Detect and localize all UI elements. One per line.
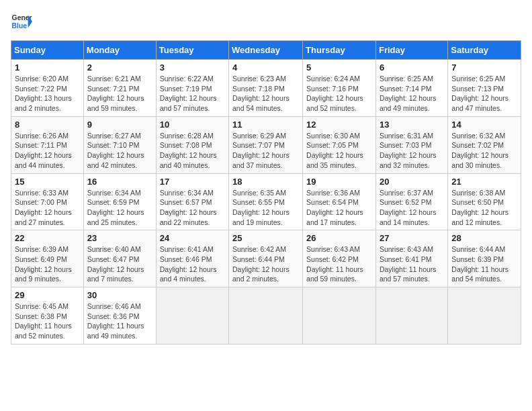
empty-cell <box>303 287 376 345</box>
day-number: 24 <box>160 233 225 243</box>
day-number: 16 <box>87 177 152 187</box>
day-info: Sunrise: 6:27 AM Sunset: 7:10 PM Dayligh… <box>87 131 152 171</box>
day-info: Sunrise: 6:25 AM Sunset: 7:13 PM Dayligh… <box>451 74 517 113</box>
day-info: Sunrise: 6:39 AM Sunset: 6:49 PM Dayligh… <box>15 244 80 284</box>
day-cell-16: 16Sunrise: 6:34 AM Sunset: 6:59 PM Dayli… <box>83 173 156 230</box>
day-number: 8 <box>15 120 80 130</box>
day-info: Sunrise: 6:21 AM Sunset: 7:21 PM Dayligh… <box>87 74 152 113</box>
calendar-table: SundayMondayTuesdayWednesdayThursdayFrid… <box>11 40 521 345</box>
day-info: Sunrise: 6:29 AM Sunset: 7:07 PM Dayligh… <box>232 131 299 171</box>
day-number: 2 <box>87 62 152 73</box>
day-cell-25: 25Sunrise: 6:42 AM Sunset: 6:44 PM Dayli… <box>229 230 303 287</box>
day-cell-7: 7Sunrise: 6:25 AM Sunset: 7:13 PM Daylig… <box>448 60 521 117</box>
week-row-4: 22Sunrise: 6:39 AM Sunset: 6:49 PM Dayli… <box>11 230 521 287</box>
day-info: Sunrise: 6:30 AM Sunset: 7:05 PM Dayligh… <box>306 131 372 171</box>
day-cell-28: 28Sunrise: 6:44 AM Sunset: 6:39 PM Dayli… <box>448 230 521 287</box>
day-number: 5 <box>306 62 372 73</box>
day-cell-14: 14Sunrise: 6:32 AM Sunset: 7:02 PM Dayli… <box>448 116 521 173</box>
day-info: Sunrise: 6:44 AM Sunset: 6:39 PM Dayligh… <box>451 244 517 284</box>
day-number: 14 <box>451 120 517 130</box>
day-cell-1: 1Sunrise: 6:20 AM Sunset: 7:22 PM Daylig… <box>11 60 84 117</box>
day-cell-27: 27Sunrise: 6:43 AM Sunset: 6:41 PM Dayli… <box>375 230 447 287</box>
day-info: Sunrise: 6:28 AM Sunset: 7:08 PM Dayligh… <box>160 131 225 171</box>
day-number: 27 <box>380 233 444 243</box>
day-cell-22: 22Sunrise: 6:39 AM Sunset: 6:49 PM Dayli… <box>11 230 84 287</box>
weekday-header-sunday: Sunday <box>11 41 84 60</box>
day-info: Sunrise: 6:41 AM Sunset: 6:46 PM Dayligh… <box>160 244 225 284</box>
empty-cell <box>375 287 447 345</box>
day-cell-20: 20Sunrise: 6:37 AM Sunset: 6:52 PM Dayli… <box>375 173 447 230</box>
day-info: Sunrise: 6:31 AM Sunset: 7:03 PM Dayligh… <box>380 131 444 171</box>
day-number: 22 <box>15 233 80 243</box>
day-info: Sunrise: 6:40 AM Sunset: 6:47 PM Dayligh… <box>87 244 152 284</box>
empty-cell <box>448 287 521 345</box>
day-number: 25 <box>232 233 299 243</box>
day-cell-9: 9Sunrise: 6:27 AM Sunset: 7:10 PM Daylig… <box>83 116 156 173</box>
day-cell-6: 6Sunrise: 6:25 AM Sunset: 7:14 PM Daylig… <box>375 60 447 117</box>
day-cell-24: 24Sunrise: 6:41 AM Sunset: 6:46 PM Dayli… <box>156 230 228 287</box>
day-info: Sunrise: 6:46 AM Sunset: 6:36 PM Dayligh… <box>87 302 152 341</box>
day-number: 19 <box>306 177 372 187</box>
weekday-header-wednesday: Wednesday <box>229 41 303 60</box>
day-number: 4 <box>232 62 299 73</box>
day-cell-26: 26Sunrise: 6:43 AM Sunset: 6:42 PM Dayli… <box>303 230 376 287</box>
svg-text:Blue: Blue <box>12 22 28 30</box>
day-info: Sunrise: 6:34 AM Sunset: 6:59 PM Dayligh… <box>87 188 152 228</box>
day-number: 21 <box>451 177 517 187</box>
logo: General Blue <box>11 11 32 32</box>
day-cell-5: 5Sunrise: 6:24 AM Sunset: 7:16 PM Daylig… <box>303 60 376 117</box>
day-number: 15 <box>15 177 80 187</box>
day-cell-29: 29Sunrise: 6:45 AM Sunset: 6:38 PM Dayli… <box>11 287 84 345</box>
day-info: Sunrise: 6:32 AM Sunset: 7:02 PM Dayligh… <box>451 131 517 171</box>
day-info: Sunrise: 6:26 AM Sunset: 7:11 PM Dayligh… <box>15 131 80 171</box>
day-info: Sunrise: 6:25 AM Sunset: 7:14 PM Dayligh… <box>380 74 444 113</box>
day-number: 11 <box>232 120 299 130</box>
week-row-3: 15Sunrise: 6:33 AM Sunset: 7:00 PM Dayli… <box>11 173 521 230</box>
day-info: Sunrise: 6:34 AM Sunset: 6:57 PM Dayligh… <box>160 188 225 228</box>
day-info: Sunrise: 6:33 AM Sunset: 7:00 PM Dayligh… <box>15 188 80 228</box>
day-number: 28 <box>451 233 517 243</box>
day-cell-17: 17Sunrise: 6:34 AM Sunset: 6:57 PM Dayli… <box>156 173 228 230</box>
day-number: 12 <box>306 120 372 130</box>
day-number: 29 <box>15 290 80 300</box>
day-number: 20 <box>380 177 444 187</box>
weekday-header-friday: Friday <box>375 41 447 60</box>
day-info: Sunrise: 6:20 AM Sunset: 7:22 PM Dayligh… <box>15 74 80 113</box>
day-number: 23 <box>87 233 152 243</box>
week-row-2: 8Sunrise: 6:26 AM Sunset: 7:11 PM Daylig… <box>11 116 521 173</box>
day-info: Sunrise: 6:37 AM Sunset: 6:52 PM Dayligh… <box>380 188 444 228</box>
day-number: 18 <box>232 177 299 187</box>
weekday-header-monday: Monday <box>83 41 156 60</box>
day-cell-12: 12Sunrise: 6:30 AM Sunset: 7:05 PM Dayli… <box>303 116 376 173</box>
header: General Blue <box>11 11 521 32</box>
day-number: 13 <box>380 120 444 130</box>
day-info: Sunrise: 6:43 AM Sunset: 6:41 PM Dayligh… <box>380 244 444 284</box>
week-row-5: 29Sunrise: 6:45 AM Sunset: 6:38 PM Dayli… <box>11 287 521 345</box>
day-cell-2: 2Sunrise: 6:21 AM Sunset: 7:21 PM Daylig… <box>83 60 156 117</box>
day-number: 17 <box>160 177 225 187</box>
day-number: 1 <box>15 62 80 73</box>
week-row-1: 1Sunrise: 6:20 AM Sunset: 7:22 PM Daylig… <box>11 60 521 117</box>
day-number: 3 <box>160 62 225 73</box>
empty-cell <box>156 287 228 345</box>
day-info: Sunrise: 6:42 AM Sunset: 6:44 PM Dayligh… <box>232 244 299 284</box>
day-number: 30 <box>87 290 152 300</box>
day-info: Sunrise: 6:24 AM Sunset: 7:16 PM Dayligh… <box>306 74 372 113</box>
weekday-header-tuesday: Tuesday <box>156 41 228 60</box>
day-cell-4: 4Sunrise: 6:23 AM Sunset: 7:18 PM Daylig… <box>229 60 303 117</box>
day-number: 10 <box>160 120 225 130</box>
day-cell-18: 18Sunrise: 6:35 AM Sunset: 6:55 PM Dayli… <box>229 173 303 230</box>
day-info: Sunrise: 6:22 AM Sunset: 7:19 PM Dayligh… <box>160 74 225 113</box>
weekday-header-saturday: Saturday <box>448 41 521 60</box>
day-info: Sunrise: 6:38 AM Sunset: 6:50 PM Dayligh… <box>451 188 517 228</box>
day-cell-13: 13Sunrise: 6:31 AM Sunset: 7:03 PM Dayli… <box>375 116 447 173</box>
day-info: Sunrise: 6:35 AM Sunset: 6:55 PM Dayligh… <box>232 188 299 228</box>
day-cell-21: 21Sunrise: 6:38 AM Sunset: 6:50 PM Dayli… <box>448 173 521 230</box>
day-info: Sunrise: 6:45 AM Sunset: 6:38 PM Dayligh… <box>15 302 80 341</box>
day-number: 26 <box>306 233 372 243</box>
day-cell-23: 23Sunrise: 6:40 AM Sunset: 6:47 PM Dayli… <box>83 230 156 287</box>
day-cell-19: 19Sunrise: 6:36 AM Sunset: 6:54 PM Dayli… <box>303 173 376 230</box>
day-number: 6 <box>380 62 444 73</box>
day-cell-11: 11Sunrise: 6:29 AM Sunset: 7:07 PM Dayli… <box>229 116 303 173</box>
day-cell-10: 10Sunrise: 6:28 AM Sunset: 7:08 PM Dayli… <box>156 116 228 173</box>
